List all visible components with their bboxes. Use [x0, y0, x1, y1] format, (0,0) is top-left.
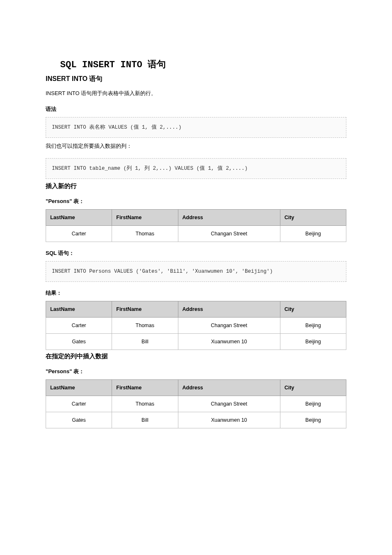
- col-city: City: [280, 379, 346, 396]
- persons-table-result: LastName FirstName Address City Carter T…: [46, 301, 346, 350]
- col-address: Address: [178, 301, 280, 317]
- heading-insert-into: INSERT INTO 语句: [46, 75, 346, 83]
- cell-firstname: Thomas: [112, 317, 178, 333]
- table-header-row: LastName FirstName Address City: [46, 379, 346, 396]
- heading-sql-statement: SQL 语句：: [46, 249, 346, 257]
- table-header-row: LastName FirstName Address City: [46, 301, 346, 317]
- cell-lastname: Carter: [46, 317, 112, 333]
- col-lastname: LastName: [46, 209, 112, 225]
- page-title: SQL INSERT INTO 语句: [46, 58, 346, 71]
- cell-city: Beijing: [280, 225, 346, 242]
- cell-address: Changan Street: [178, 317, 280, 333]
- cell-city: Beijing: [280, 317, 346, 333]
- cell-firstname: Thomas: [112, 225, 178, 242]
- col-city: City: [280, 209, 346, 225]
- col-address: Address: [178, 209, 280, 225]
- paragraph-intro: INSERT INTO 语句用于向表格中插入新的行。: [46, 89, 346, 98]
- cell-city: Beijing: [280, 412, 346, 428]
- cell-firstname: Bill: [112, 412, 178, 428]
- paragraph-specify-columns: 我们也可以指定所要插入数据的列：: [46, 142, 346, 151]
- cell-city: Beijing: [280, 396, 346, 412]
- col-lastname: LastName: [46, 301, 112, 317]
- code-block-syntax-1: INSERT INTO 表名称 VALUES (值 1, 值 2,....): [46, 117, 346, 138]
- col-firstname: FirstName: [112, 209, 178, 225]
- col-city: City: [280, 301, 346, 317]
- col-firstname: FirstName: [112, 379, 178, 396]
- cell-address: Changan Street: [178, 396, 280, 412]
- heading-persons-table-2: "Persons" 表：: [46, 368, 346, 375]
- cell-lastname: Carter: [46, 225, 112, 242]
- heading-persons-table-1: "Persons" 表：: [46, 198, 346, 205]
- cell-address: Xuanwumen 10: [178, 412, 280, 428]
- cell-address: Changan Street: [178, 225, 280, 242]
- table-header-row: LastName FirstName Address City: [46, 209, 346, 225]
- persons-table-2: LastName FirstName Address City Carter T…: [46, 379, 346, 428]
- heading-insert-new-row: 插入新的行: [46, 182, 346, 190]
- table-row: Carter Thomas Changan Street Beijing: [46, 396, 346, 412]
- heading-insert-specific-columns: 在指定的列中插入数据: [46, 352, 346, 360]
- table-row: Gates Bill Xuanwumen 10 Beijing: [46, 412, 346, 428]
- cell-lastname: Carter: [46, 396, 112, 412]
- table-row: Carter Thomas Changan Street Beijing: [46, 225, 346, 242]
- col-address: Address: [178, 379, 280, 396]
- cell-city: Beijing: [280, 333, 346, 350]
- col-firstname: FirstName: [112, 301, 178, 317]
- col-lastname: LastName: [46, 379, 112, 396]
- code-block-syntax-2: INSERT INTO table_name (列 1, 列 2,...) VA…: [46, 158, 346, 179]
- cell-lastname: Gates: [46, 333, 112, 350]
- cell-address: Xuanwumen 10: [178, 333, 280, 350]
- cell-firstname: Thomas: [112, 396, 178, 412]
- heading-syntax: 语法: [46, 105, 346, 113]
- table-row: Gates Bill Xuanwumen 10 Beijing: [46, 333, 346, 350]
- cell-firstname: Bill: [112, 333, 178, 350]
- cell-lastname: Gates: [46, 412, 112, 428]
- persons-table-1: LastName FirstName Address City Carter T…: [46, 209, 346, 242]
- code-block-insert-persons: INSERT INTO Persons VALUES ('Gates', 'Bi…: [46, 261, 346, 282]
- table-row: Carter Thomas Changan Street Beijing: [46, 317, 346, 333]
- heading-result: 结果：: [46, 289, 346, 297]
